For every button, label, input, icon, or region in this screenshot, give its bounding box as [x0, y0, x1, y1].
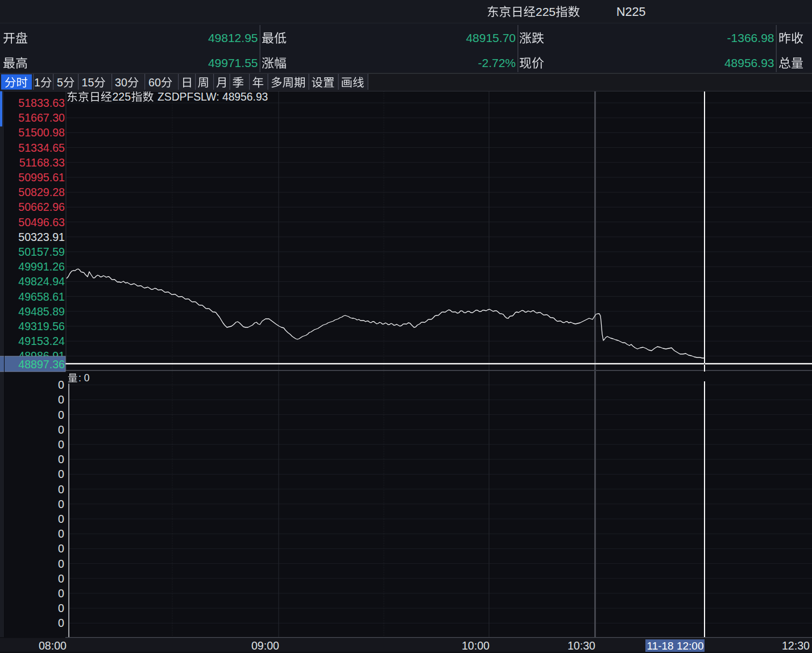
svg-text:225: 225	[113, 90, 131, 103]
svg-text:10:30: 10:30	[567, 639, 595, 652]
svg-text:0: 0	[58, 602, 64, 614]
svg-text:48956.93: 48956.93	[724, 56, 774, 69]
svg-text:0: 0	[58, 617, 64, 629]
svg-text:15: 15	[82, 76, 94, 89]
svg-text:60: 60	[148, 76, 161, 89]
svg-text:51667.30: 51667.30	[18, 111, 65, 124]
svg-text:1: 1	[34, 76, 40, 89]
svg-text:48915.70: 48915.70	[466, 31, 516, 44]
svg-text:49319.56: 49319.56	[18, 320, 65, 332]
svg-text:49485.89: 49485.89	[18, 305, 65, 318]
svg-text:0: 0	[58, 393, 64, 406]
svg-text:5: 5	[57, 76, 63, 89]
svg-text:50662.96: 50662.96	[18, 201, 65, 213]
svg-text:0: 0	[58, 468, 64, 480]
svg-text:50829.28: 50829.28	[18, 186, 65, 198]
svg-text:0: 0	[58, 379, 64, 391]
svg-text:0: 0	[58, 409, 64, 421]
svg-text:50157.59: 50157.59	[18, 246, 65, 258]
svg-text:0: 0	[58, 483, 64, 496]
svg-text:0: 0	[58, 542, 64, 555]
svg-text:12:30: 12:30	[782, 639, 810, 652]
svg-text:49153.24: 49153.24	[18, 335, 65, 347]
svg-text:0: 0	[58, 587, 64, 600]
svg-text:-2.72%: -2.72%	[478, 56, 516, 69]
svg-text:0: 0	[58, 498, 64, 510]
svg-text:11-18 12:00: 11-18 12:00	[647, 640, 703, 652]
svg-text:49824.94: 49824.94	[18, 275, 65, 288]
svg-text:-1366.98: -1366.98	[727, 31, 774, 44]
svg-text:48897.36: 48897.36	[18, 358, 65, 371]
svg-text:30: 30	[115, 76, 127, 89]
svg-text:49812.95: 49812.95	[208, 31, 258, 44]
svg-text:: 0: : 0	[78, 372, 90, 384]
svg-text:51168.33: 51168.33	[19, 156, 65, 169]
svg-text:N225: N225	[616, 5, 645, 19]
svg-text:0: 0	[58, 423, 64, 436]
svg-text:51500.98: 51500.98	[18, 126, 65, 139]
svg-text:08:00: 08:00	[39, 639, 67, 652]
svg-text:51833.63: 51833.63	[18, 97, 65, 109]
svg-text:0: 0	[58, 438, 64, 451]
svg-text:51334.65: 51334.65	[18, 142, 65, 154]
svg-text:50496.63: 50496.63	[18, 216, 65, 228]
svg-text:49658.61: 49658.61	[18, 290, 65, 303]
svg-text:0: 0	[58, 572, 64, 585]
svg-text:225: 225	[536, 5, 556, 18]
svg-text:10:00: 10:00	[462, 639, 490, 652]
svg-text:50323.91: 50323.91	[18, 231, 65, 243]
svg-text:09:00: 09:00	[251, 639, 279, 652]
svg-text:ZSDPFSLW: 48956.93: ZSDPFSLW: 48956.93	[158, 91, 268, 103]
svg-text:0: 0	[58, 558, 64, 570]
svg-text:49991.26: 49991.26	[18, 260, 65, 273]
svg-text:0: 0	[58, 453, 64, 465]
svg-text:0: 0	[58, 527, 64, 540]
svg-text:0: 0	[58, 513, 64, 525]
svg-text:50995.61: 50995.61	[18, 171, 65, 184]
svg-text:49971.55: 49971.55	[208, 56, 258, 69]
